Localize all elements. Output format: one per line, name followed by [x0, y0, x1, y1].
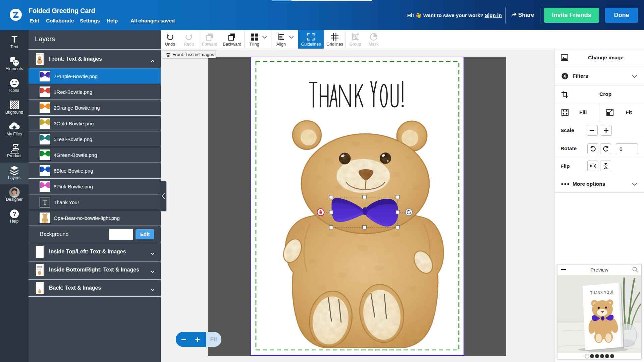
svg-text:?: ? — [12, 211, 16, 217]
svg-text:T: T — [11, 35, 17, 45]
svg-text:THANK YOU: THANK YOU — [36, 54, 43, 56]
svg-text:T: T — [43, 198, 47, 206]
svg-text:THANK YOU!: THANK YOU! — [590, 290, 613, 295]
